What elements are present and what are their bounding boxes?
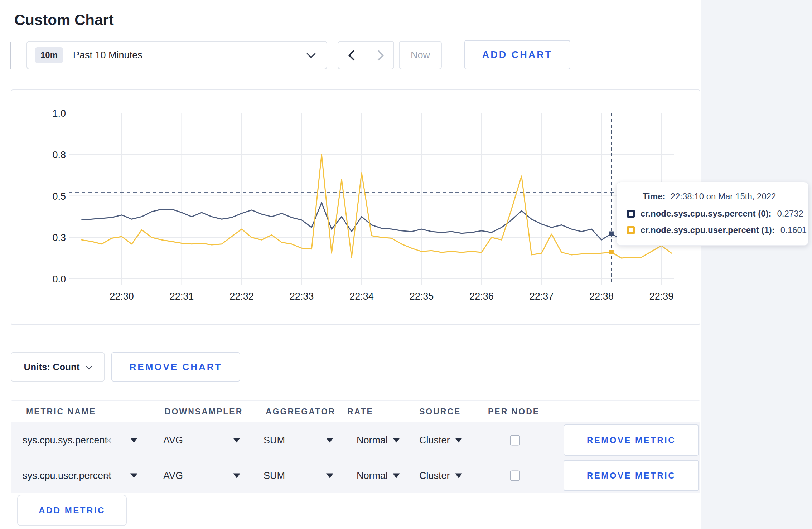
tooltip-series-row: cr.node.sys.cpu.sys.percent (0): 0.2732: [627, 209, 799, 219]
dropdown-arrow-icon: [455, 473, 462, 478]
y-axis-label: 0.3: [52, 232, 66, 243]
now-button[interactable]: Now: [399, 41, 442, 69]
dropdown-arrow-icon: [393, 473, 400, 478]
dropdown-arrow-icon: [455, 438, 462, 442]
per-node-checkbox[interactable]: [510, 435, 520, 445]
x-axis-label: 22:39: [649, 291, 674, 302]
source-select[interactable]: Cluster: [419, 435, 462, 446]
aggregator-select[interactable]: SUM: [264, 435, 285, 446]
aggregator-select[interactable]: SUM: [264, 470, 285, 481]
tooltip-series-value: 0.2732: [777, 209, 803, 219]
dropdown-arrow-icon: [233, 438, 240, 442]
dropdown-arrow-icon: [393, 438, 400, 442]
downsampler-select[interactable]: AVG: [163, 435, 183, 446]
column-header: PER NODE: [488, 407, 540, 416]
chart-card: 0.00.30.50.81.022:3022:3122:3222:3322:34…: [11, 89, 700, 325]
tooltip-time-label: Time:: [643, 191, 666, 201]
chevron-left-icon: [348, 50, 359, 60]
custom-chart-page: Custom Chart 10m Past 10 Minutes Now ADD…: [0, 0, 812, 529]
metric-name-value: sys.cpu.sys.percent: [23, 435, 107, 446]
tooltip-time-value: 22:38:10 on Mar 15th, 2022: [671, 191, 776, 201]
cpu-percent-line-chart[interactable]: 0.00.30.50.81.022:3022:3122:3222:3322:34…: [11, 90, 700, 324]
downsampler-select[interactable]: AVG: [163, 470, 183, 481]
downsampler-value: AVG: [163, 435, 183, 446]
downsampler-value: AVG: [163, 470, 183, 481]
time-nav-group: [338, 41, 394, 69]
column-header: METRIC NAME: [26, 407, 96, 416]
y-axis-label: 1.0: [52, 108, 66, 119]
column-header: AGGREGATOR: [266, 407, 335, 416]
tooltip-series-value: 0.1601: [780, 225, 807, 235]
y-axis-label: 0.8: [52, 150, 66, 160]
units-label: Units: Count: [24, 361, 80, 373]
chevron-right-icon: [373, 50, 384, 60]
chevron-down-icon: [86, 363, 92, 369]
time-forward-button[interactable]: [366, 42, 393, 69]
y-axis-label: 0.0: [52, 274, 66, 285]
x-axis-label: 22:38: [589, 291, 614, 302]
tooltip-series-row: cr.node.sys.cpu.user.percent (1): 0.1601: [627, 225, 799, 235]
right-gutter: [701, 0, 812, 529]
per-node-checkbox[interactable]: [510, 470, 520, 481]
metric-name-select[interactable]: sys.cpu.user.percent: [23, 470, 111, 481]
dropdown-arrow-icon: [326, 473, 333, 478]
remove-metric-button[interactable]: REMOVE METRIC: [564, 460, 699, 491]
add-chart-button[interactable]: ADD CHART: [464, 40, 570, 69]
column-header: RATE: [347, 407, 373, 416]
chart-tooltip: Time:22:38:10 on Mar 15th, 2022 cr.node.…: [617, 182, 808, 246]
metric-row: sys.cpu.user.percent × AVG SUM Normal Cl…: [11, 458, 700, 493]
y-axis-label: 0.5: [52, 191, 66, 202]
remove-metric-button[interactable]: REMOVE METRIC: [564, 424, 699, 456]
series-sys-line: [82, 203, 671, 240]
source-value: Cluster: [419, 435, 450, 446]
time-back-button[interactable]: [338, 42, 366, 69]
metric-row: sys.cpu.sys.percent × AVG SUM Normal Clu…: [11, 422, 700, 458]
metric-name-value: sys.cpu.user.percent: [23, 470, 111, 481]
tooltip-series-name: cr.node.sys.cpu.sys.percent (0):: [641, 209, 771, 219]
rate-select[interactable]: Normal: [357, 470, 400, 481]
source-select[interactable]: Cluster: [419, 470, 462, 481]
units-dropdown[interactable]: Units: Count: [11, 352, 105, 382]
tooltip-time: Time:22:38:10 on Mar 15th, 2022: [643, 191, 799, 202]
metrics-table-header: METRIC NAMEDOWNSAMPLERAGGREGATORRATESOUR…: [11, 401, 700, 422]
aggregator-value: SUM: [264, 435, 285, 446]
dropdown-arrow-icon: [130, 473, 137, 478]
time-range-badge: 10m: [35, 47, 63, 63]
series-user-line: [82, 155, 671, 258]
aggregator-value: SUM: [264, 470, 285, 481]
page-title: Custom Chart: [14, 11, 114, 29]
metrics-table-rows: sys.cpu.sys.percent × AVG SUM Normal Clu…: [11, 422, 700, 493]
time-range-dropdown[interactable]: 10m Past 10 Minutes: [26, 41, 327, 69]
x-axis-label: 22:31: [170, 291, 194, 302]
time-range-label: Past 10 Minutes: [73, 50, 142, 61]
x-axis-label: 22:35: [410, 291, 434, 302]
tooltip-series-name: cr.node.sys.cpu.user.percent (1):: [641, 225, 775, 235]
x-axis-label: 22:30: [110, 291, 134, 302]
rate-value: Normal: [357, 435, 388, 446]
crosshair-dot-user: [609, 250, 614, 254]
source-value: Cluster: [419, 470, 450, 481]
clear-metric-icon[interactable]: ×: [105, 435, 112, 446]
remove-chart-button[interactable]: REMOVE CHART: [111, 352, 240, 382]
chevron-down-icon: [306, 49, 315, 58]
clear-metric-icon[interactable]: ×: [105, 470, 112, 481]
rate-select[interactable]: Normal: [357, 435, 400, 446]
x-axis-label: 22:37: [530, 291, 554, 302]
column-header: DOWNSAMPLER: [165, 407, 243, 416]
x-axis-label: 22:32: [229, 291, 254, 302]
crosshair-dot-sys: [609, 232, 614, 236]
dropdown-arrow-icon: [233, 473, 240, 478]
user-series-swatch-icon: [627, 226, 635, 234]
sys-series-swatch-icon: [627, 210, 635, 218]
x-axis-label: 22:34: [349, 291, 374, 302]
dropdown-arrow-icon: [130, 438, 137, 442]
metric-name-select[interactable]: sys.cpu.sys.percent: [23, 435, 107, 446]
dropdown-arrow-icon: [326, 438, 333, 442]
x-axis-label: 22:36: [469, 291, 494, 302]
toolbar-divider: [10, 42, 11, 69]
rate-value: Normal: [357, 470, 388, 481]
metrics-table: METRIC NAMEDOWNSAMPLERAGGREGATORRATESOUR…: [11, 400, 700, 493]
x-axis-label: 22:33: [290, 291, 314, 302]
column-header: SOURCE: [419, 407, 461, 416]
add-metric-button[interactable]: ADD METRIC: [17, 495, 127, 526]
